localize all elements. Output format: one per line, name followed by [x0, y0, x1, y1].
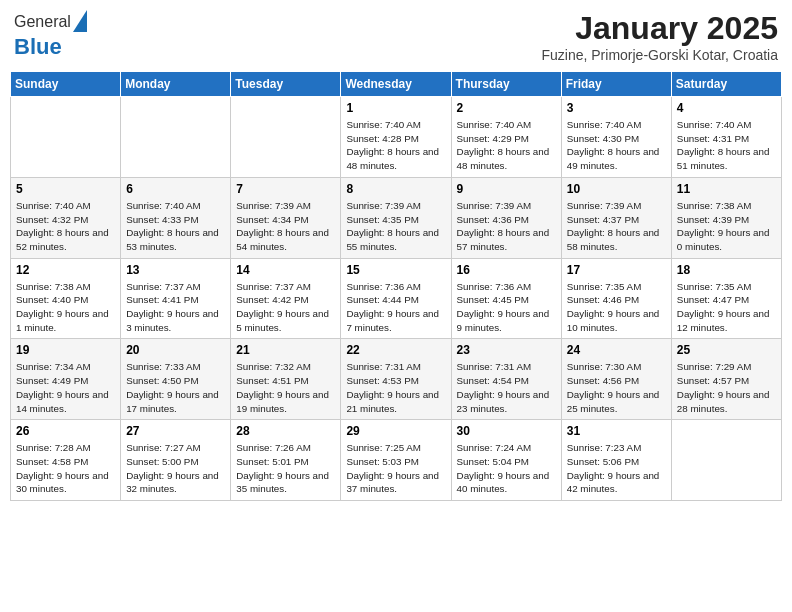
calendar-cell: 25Sunrise: 7:29 AMSunset: 4:57 PMDayligh…	[671, 339, 781, 420]
calendar-cell: 8Sunrise: 7:39 AMSunset: 4:35 PMDaylight…	[341, 177, 451, 258]
day-number: 29	[346, 424, 445, 438]
col-wednesday: Wednesday	[341, 72, 451, 97]
day-info: Sunrise: 7:37 AMSunset: 4:41 PMDaylight:…	[126, 280, 225, 335]
calendar-cell: 7Sunrise: 7:39 AMSunset: 4:34 PMDaylight…	[231, 177, 341, 258]
day-number: 23	[457, 343, 556, 357]
day-info: Sunrise: 7:35 AMSunset: 4:46 PMDaylight:…	[567, 280, 666, 335]
day-number: 24	[567, 343, 666, 357]
calendar-week-2: 5Sunrise: 7:40 AMSunset: 4:32 PMDaylight…	[11, 177, 782, 258]
calendar-cell: 21Sunrise: 7:32 AMSunset: 4:51 PMDayligh…	[231, 339, 341, 420]
calendar-cell: 14Sunrise: 7:37 AMSunset: 4:42 PMDayligh…	[231, 258, 341, 339]
day-info: Sunrise: 7:31 AMSunset: 4:53 PMDaylight:…	[346, 360, 445, 415]
day-info: Sunrise: 7:40 AMSunset: 4:29 PMDaylight:…	[457, 118, 556, 173]
day-number: 12	[16, 263, 115, 277]
day-number: 27	[126, 424, 225, 438]
day-number: 10	[567, 182, 666, 196]
day-number: 21	[236, 343, 335, 357]
day-info: Sunrise: 7:33 AMSunset: 4:50 PMDaylight:…	[126, 360, 225, 415]
calendar-cell: 18Sunrise: 7:35 AMSunset: 4:47 PMDayligh…	[671, 258, 781, 339]
calendar-table: Sunday Monday Tuesday Wednesday Thursday…	[10, 71, 782, 501]
calendar-cell: 2Sunrise: 7:40 AMSunset: 4:29 PMDaylight…	[451, 97, 561, 178]
logo-triangle-icon	[73, 10, 87, 32]
logo-blue: Blue	[14, 34, 87, 60]
day-number: 15	[346, 263, 445, 277]
calendar-cell: 19Sunrise: 7:34 AMSunset: 4:49 PMDayligh…	[11, 339, 121, 420]
day-number: 3	[567, 101, 666, 115]
logo: General Blue	[14, 10, 87, 60]
day-number: 18	[677, 263, 776, 277]
day-info: Sunrise: 7:36 AMSunset: 4:44 PMDaylight:…	[346, 280, 445, 335]
page-header: General Blue January 2025 Fuzine, Primor…	[10, 10, 782, 63]
day-number: 5	[16, 182, 115, 196]
day-info: Sunrise: 7:37 AMSunset: 4:42 PMDaylight:…	[236, 280, 335, 335]
day-number: 7	[236, 182, 335, 196]
calendar-cell: 29Sunrise: 7:25 AMSunset: 5:03 PMDayligh…	[341, 420, 451, 501]
calendar-cell: 17Sunrise: 7:35 AMSunset: 4:46 PMDayligh…	[561, 258, 671, 339]
calendar-header-row: Sunday Monday Tuesday Wednesday Thursday…	[11, 72, 782, 97]
day-info: Sunrise: 7:39 AMSunset: 4:36 PMDaylight:…	[457, 199, 556, 254]
day-info: Sunrise: 7:40 AMSunset: 4:28 PMDaylight:…	[346, 118, 445, 173]
day-number: 8	[346, 182, 445, 196]
location-subtitle: Fuzine, Primorje-Gorski Kotar, Croatia	[541, 47, 778, 63]
day-info: Sunrise: 7:27 AMSunset: 5:00 PMDaylight:…	[126, 441, 225, 496]
day-info: Sunrise: 7:24 AMSunset: 5:04 PMDaylight:…	[457, 441, 556, 496]
day-number: 14	[236, 263, 335, 277]
day-info: Sunrise: 7:35 AMSunset: 4:47 PMDaylight:…	[677, 280, 776, 335]
day-info: Sunrise: 7:32 AMSunset: 4:51 PMDaylight:…	[236, 360, 335, 415]
calendar-cell: 16Sunrise: 7:36 AMSunset: 4:45 PMDayligh…	[451, 258, 561, 339]
col-tuesday: Tuesday	[231, 72, 341, 97]
day-number: 6	[126, 182, 225, 196]
calendar-cell	[11, 97, 121, 178]
day-info: Sunrise: 7:39 AMSunset: 4:35 PMDaylight:…	[346, 199, 445, 254]
calendar-cell: 30Sunrise: 7:24 AMSunset: 5:04 PMDayligh…	[451, 420, 561, 501]
day-info: Sunrise: 7:40 AMSunset: 4:32 PMDaylight:…	[16, 199, 115, 254]
day-number: 17	[567, 263, 666, 277]
day-number: 13	[126, 263, 225, 277]
calendar-week-4: 19Sunrise: 7:34 AMSunset: 4:49 PMDayligh…	[11, 339, 782, 420]
day-info: Sunrise: 7:36 AMSunset: 4:45 PMDaylight:…	[457, 280, 556, 335]
calendar-cell: 27Sunrise: 7:27 AMSunset: 5:00 PMDayligh…	[121, 420, 231, 501]
month-title: January 2025	[541, 10, 778, 47]
logo-general: General	[14, 13, 71, 31]
col-thursday: Thursday	[451, 72, 561, 97]
calendar-cell: 15Sunrise: 7:36 AMSunset: 4:44 PMDayligh…	[341, 258, 451, 339]
day-number: 22	[346, 343, 445, 357]
col-friday: Friday	[561, 72, 671, 97]
day-info: Sunrise: 7:40 AMSunset: 4:33 PMDaylight:…	[126, 199, 225, 254]
calendar-cell: 22Sunrise: 7:31 AMSunset: 4:53 PMDayligh…	[341, 339, 451, 420]
day-number: 25	[677, 343, 776, 357]
day-number: 11	[677, 182, 776, 196]
day-info: Sunrise: 7:40 AMSunset: 4:30 PMDaylight:…	[567, 118, 666, 173]
day-number: 19	[16, 343, 115, 357]
day-number: 9	[457, 182, 556, 196]
calendar-cell: 5Sunrise: 7:40 AMSunset: 4:32 PMDaylight…	[11, 177, 121, 258]
day-info: Sunrise: 7:39 AMSunset: 4:34 PMDaylight:…	[236, 199, 335, 254]
day-number: 16	[457, 263, 556, 277]
calendar-cell: 31Sunrise: 7:23 AMSunset: 5:06 PMDayligh…	[561, 420, 671, 501]
calendar-cell: 11Sunrise: 7:38 AMSunset: 4:39 PMDayligh…	[671, 177, 781, 258]
calendar-cell	[671, 420, 781, 501]
calendar-cell: 6Sunrise: 7:40 AMSunset: 4:33 PMDaylight…	[121, 177, 231, 258]
col-saturday: Saturday	[671, 72, 781, 97]
calendar-cell: 26Sunrise: 7:28 AMSunset: 4:58 PMDayligh…	[11, 420, 121, 501]
calendar-cell: 28Sunrise: 7:26 AMSunset: 5:01 PMDayligh…	[231, 420, 341, 501]
day-number: 4	[677, 101, 776, 115]
calendar-week-5: 26Sunrise: 7:28 AMSunset: 4:58 PMDayligh…	[11, 420, 782, 501]
calendar-cell: 4Sunrise: 7:40 AMSunset: 4:31 PMDaylight…	[671, 97, 781, 178]
col-monday: Monday	[121, 72, 231, 97]
day-info: Sunrise: 7:30 AMSunset: 4:56 PMDaylight:…	[567, 360, 666, 415]
day-info: Sunrise: 7:38 AMSunset: 4:39 PMDaylight:…	[677, 199, 776, 254]
calendar-week-3: 12Sunrise: 7:38 AMSunset: 4:40 PMDayligh…	[11, 258, 782, 339]
day-info: Sunrise: 7:28 AMSunset: 4:58 PMDaylight:…	[16, 441, 115, 496]
calendar-cell	[121, 97, 231, 178]
day-number: 26	[16, 424, 115, 438]
calendar-cell: 1Sunrise: 7:40 AMSunset: 4:28 PMDaylight…	[341, 97, 451, 178]
day-info: Sunrise: 7:29 AMSunset: 4:57 PMDaylight:…	[677, 360, 776, 415]
calendar-cell: 20Sunrise: 7:33 AMSunset: 4:50 PMDayligh…	[121, 339, 231, 420]
day-number: 2	[457, 101, 556, 115]
day-number: 30	[457, 424, 556, 438]
calendar-cell: 13Sunrise: 7:37 AMSunset: 4:41 PMDayligh…	[121, 258, 231, 339]
calendar-cell: 10Sunrise: 7:39 AMSunset: 4:37 PMDayligh…	[561, 177, 671, 258]
day-info: Sunrise: 7:26 AMSunset: 5:01 PMDaylight:…	[236, 441, 335, 496]
calendar-week-1: 1Sunrise: 7:40 AMSunset: 4:28 PMDaylight…	[11, 97, 782, 178]
